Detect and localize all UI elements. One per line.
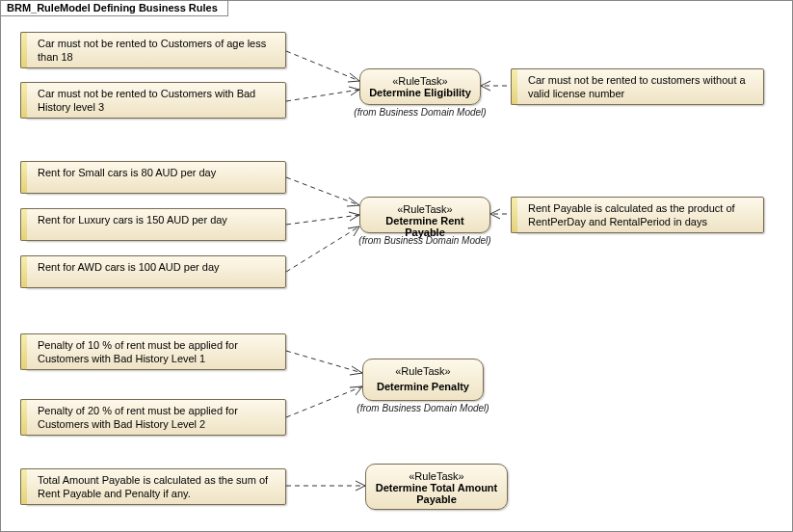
stereotype-label: «RuleTask»: [368, 75, 472, 87]
svg-line-4: [286, 215, 359, 225]
from-business-domain-3: (from Business Domain Model): [357, 403, 489, 413]
note-age-18: Car must not be rented to Customers of a…: [25, 32, 286, 68]
diagram-title: BRM_RuleModel Defining Business Rules: [1, 1, 228, 16]
task-determine-eligibility[interactable]: «RuleTask» Determine Eligibility: [359, 68, 481, 105]
task-name: Determine Eligibility: [368, 87, 472, 98]
note-rent-small: Rent for Small cars is 80 AUD per day: [25, 161, 286, 194]
task-name: Determine Penalty: [371, 381, 475, 392]
note-rent-luxury: Rent for Luxury cars is 150 AUD per day: [25, 208, 286, 241]
from-business-domain-2: (from Business Domain Model): [357, 235, 492, 246]
diagram-canvas: BRM_RuleModel Defining Business Rules Ca…: [0, 0, 793, 532]
svg-line-3: [286, 177, 359, 205]
task-name: Determine Total Amount Payable: [374, 482, 499, 505]
note-rent-awd: Rent for AWD cars is 100 AUD per day: [25, 255, 286, 288]
note-license-number: Car must not be rented to customers with…: [515, 68, 764, 105]
task-determine-total-amount[interactable]: «RuleTask» Determine Total Amount Payabl…: [365, 464, 508, 510]
stereotype-label: «RuleTask»: [368, 203, 482, 215]
svg-line-0: [286, 51, 359, 81]
svg-line-5: [286, 226, 359, 272]
note-rent-payable-calc: Rent Payable is calculated as the produc…: [515, 197, 764, 233]
svg-line-1: [286, 90, 359, 101]
stereotype-label: «RuleTask»: [371, 365, 475, 377]
stereotype-label: «RuleTask»: [374, 470, 499, 482]
note-penalty-20: Penalty of 20 % of rent must be applied …: [25, 399, 286, 436]
svg-line-8: [286, 386, 362, 417]
note-total-amount: Total Amount Payable is calculated as th…: [25, 468, 286, 505]
task-determine-rent-payable[interactable]: «RuleTask» Determine Rent Payable: [359, 197, 490, 233]
svg-line-7: [286, 351, 362, 373]
from-business-domain-1: (from Business Domain Model): [354, 107, 487, 118]
task-determine-penalty[interactable]: «RuleTask» Determine Penalty: [362, 359, 484, 401]
note-bad-history-3: Car must not be rented to Customers with…: [25, 82, 286, 119]
note-penalty-10: Penalty of 10 % of rent must be applied …: [25, 333, 286, 370]
